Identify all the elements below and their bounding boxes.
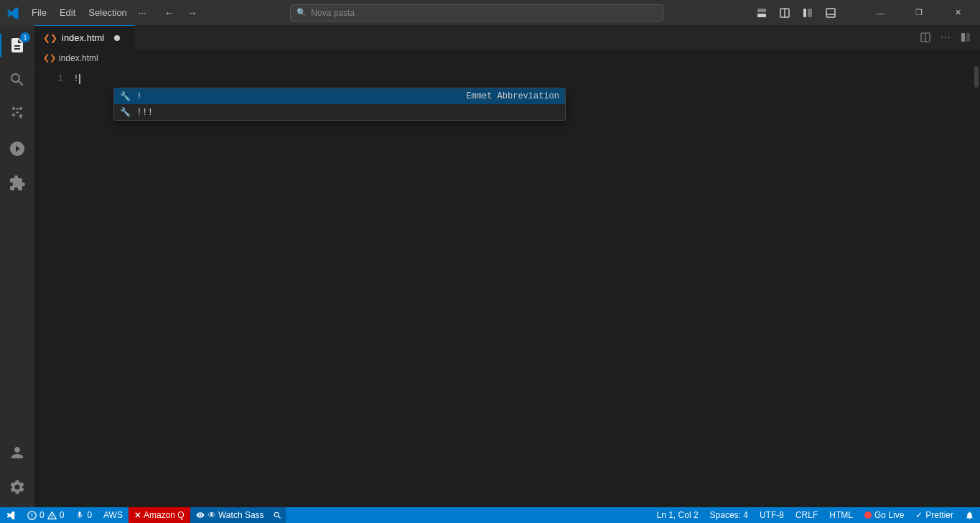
statusbar-microphone[interactable]: 0	[70, 507, 98, 523]
menu-bar: File Edit Selection ···	[26, 6, 151, 19]
menu-selection[interactable]: Selection	[83, 6, 132, 19]
search-icon: 🔍	[297, 8, 307, 17]
tab-dot-modified[interactable]	[108, 29, 126, 47]
editor-collapse-btn[interactable]	[957, 29, 974, 46]
activity-search[interactable]	[0, 63, 34, 97]
statusbar-language[interactable]: HTML	[823, 507, 859, 523]
activity-extensions[interactable]	[0, 166, 34, 200]
panel-toggle-btn[interactable]	[821, 3, 841, 23]
autocomplete-item-emmet[interactable]: 🔧 ! Emmet Abbreviation	[114, 88, 565, 104]
close-button[interactable]: ✕	[941, 0, 974, 25]
forward-button[interactable]: →	[182, 3, 202, 23]
line-number-1: 1	[34, 72, 63, 85]
tab-label: index.html	[62, 32, 104, 43]
svg-rect-5	[808, 9, 812, 17]
titlebar: File Edit Selection ··· ← → 🔍 Nova pasta…	[0, 0, 980, 25]
statusbar-notifications[interactable]	[959, 507, 980, 523]
statusbar-search-icon[interactable]	[270, 507, 286, 523]
breadcrumb-filename[interactable]: index.html	[59, 53, 98, 63]
statusbar-encoding[interactable]: UTF-8	[754, 507, 790, 523]
statusbar-logo[interactable]	[0, 507, 22, 523]
statusbar-line-ending[interactable]: CRLF	[790, 507, 823, 523]
editor-layout-btn[interactable]	[775, 3, 795, 23]
statusbar-warnings-count: 0	[60, 510, 65, 520]
editor-more-btn[interactable]: ⋯	[937, 29, 954, 46]
menu-edit[interactable]: Edit	[54, 6, 81, 19]
statusbar-crlf-label: CRLF	[795, 510, 818, 520]
statusbar-amazon-q[interactable]: ✕ Amazon Q	[129, 507, 190, 523]
activity-bar: 1	[0, 25, 34, 507]
minimize-button[interactable]: —	[864, 0, 897, 25]
activity-settings[interactable]	[0, 470, 34, 504]
breadcrumb: ❮❯ index.html	[34, 50, 980, 66]
svg-point-16	[51, 517, 52, 518]
statusbar-watch-sass[interactable]: 👁 Watch Sass	[190, 507, 270, 523]
back-button[interactable]: ←	[159, 3, 179, 23]
statusbar-errors[interactable]: 0 0	[22, 507, 70, 523]
autocomplete-emmet-label: !	[136, 91, 460, 102]
code-line-1: !	[73, 72, 973, 85]
activity-run[interactable]	[0, 131, 34, 166]
autocomplete-dropdown: 🔧 ! Emmet Abbreviation 🔧 !!!	[113, 88, 566, 121]
statusbar-encoding-label: UTF-8	[760, 510, 784, 520]
menu-file[interactable]: File	[26, 6, 52, 19]
menu-more[interactable]: ···	[134, 6, 151, 19]
svg-rect-0	[757, 9, 766, 12]
code-text: !	[73, 73, 79, 84]
editor-area: ❮❯ index.html ⋯ ❮❯	[34, 25, 980, 507]
editor-content[interactable]: 1 ! 🔧 ! Emmet Abbreviation 🔧 !!!	[34, 66, 980, 507]
statusbar-go-live[interactable]: Go Live	[859, 507, 910, 523]
statusbar-aws-label: AWS	[103, 510, 123, 520]
activity-explorer[interactable]: 1	[0, 28, 34, 63]
tab-bar: ❮❯ index.html ⋯	[34, 25, 980, 50]
breadcrumb-file-icon: ❮❯	[43, 53, 56, 63]
panel-layout-btn[interactable]	[752, 3, 772, 23]
autocomplete-emmet-icon: 🔧	[120, 91, 131, 102]
restore-button[interactable]: ❐	[902, 0, 935, 25]
statusbar-spaces[interactable]: Spaces: 4	[704, 507, 754, 523]
tab-file-icon: ❮❯	[43, 33, 57, 43]
statusbar: 0 0 0 AWS ✕ Amazon Q 👁 Watch Sass Ln 1, …	[0, 507, 980, 523]
statusbar-amazon-q-label: Amazon Q	[144, 510, 185, 520]
titlebar-controls	[752, 3, 841, 23]
statusbar-ln-col: Ln 1, Col 2	[657, 510, 699, 520]
statusbar-right: Ln 1, Col 2 Spaces: 4 UTF-8 CRLF HTML Go…	[651, 507, 980, 523]
autocomplete-emmet-type: Emmet Abbreviation	[466, 91, 559, 101]
scrollbar-thumb	[974, 66, 979, 88]
sidebar-toggle-btn[interactable]	[798, 3, 818, 23]
svg-rect-6	[826, 9, 835, 17]
svg-point-14	[32, 517, 33, 518]
tab-index-html[interactable]: ❮❯ index.html	[34, 25, 135, 50]
statusbar-prettier[interactable]: ✓ Prettier	[910, 507, 959, 523]
code-area[interactable]: ! 🔧 ! Emmet Abbreviation 🔧 !!!	[70, 66, 973, 507]
statusbar-prettier-check: ✓	[915, 510, 923, 520]
vscode-logo-icon	[6, 6, 20, 20]
editor-layout-buttons: ⋯	[911, 25, 980, 50]
statusbar-prettier-label: Prettier	[925, 510, 953, 520]
svg-rect-10	[961, 33, 965, 42]
search-placeholder: Nova pasta	[311, 8, 355, 18]
tab-spacer	[135, 25, 911, 50]
statusbar-watch-sass-label: 👁 Watch Sass	[207, 510, 264, 520]
split-editor-btn[interactable]	[917, 29, 934, 46]
statusbar-cursor-pos[interactable]: Ln 1, Col 2	[651, 507, 704, 523]
global-search-bar[interactable]: 🔍 Nova pasta	[290, 4, 663, 22]
autocomplete-item-triple-bang[interactable]: 🔧 !!!	[114, 104, 565, 120]
statusbar-amazon-q-x: ✕	[134, 511, 141, 520]
search-area: 🔍 Nova pasta	[208, 4, 746, 22]
svg-point-17	[864, 512, 872, 519]
statusbar-html-label: HTML	[829, 510, 853, 520]
activity-account[interactable]	[0, 435, 34, 470]
svg-rect-11	[966, 33, 970, 42]
explorer-badge: 1	[20, 32, 30, 42]
statusbar-mic-count: 0	[87, 510, 92, 520]
svg-rect-1	[757, 14, 766, 17]
tab-actions	[108, 29, 126, 47]
statusbar-left: 0 0 0 AWS ✕ Amazon Q 👁 Watch Sass	[0, 507, 286, 523]
autocomplete-triple-icon: 🔧	[120, 107, 131, 118]
editor-scrollbar[interactable]	[973, 66, 980, 507]
statusbar-spaces-label: Spaces: 4	[710, 510, 748, 520]
text-cursor	[79, 74, 80, 84]
activity-source-control[interactable]	[0, 97, 34, 131]
statusbar-aws[interactable]: AWS	[98, 507, 129, 523]
